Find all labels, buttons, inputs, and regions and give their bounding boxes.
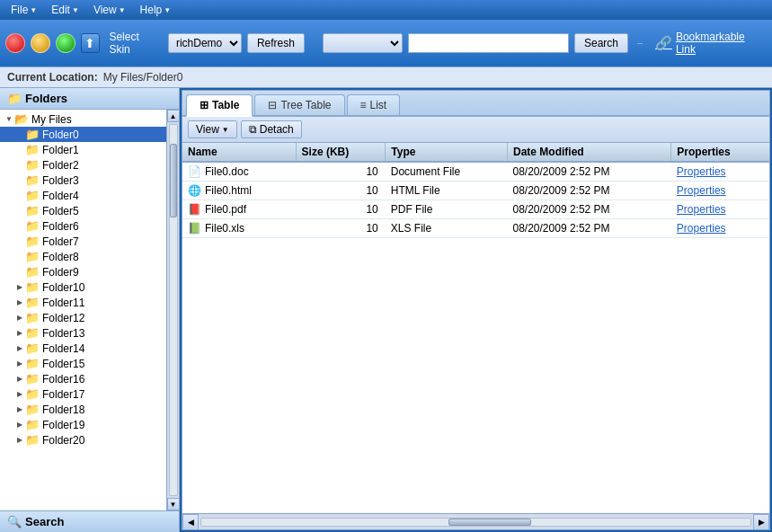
table-row: 📕 File0.pdf 10 PDF File 08/20/2009 2:52 … bbox=[182, 200, 769, 219]
xls-icon: 📗 bbox=[188, 222, 201, 235]
file-properties[interactable]: Properties bbox=[671, 162, 769, 182]
folder3-folder-icon: 📁 bbox=[25, 173, 40, 187]
file-date: 08/20/2009 2:52 PM bbox=[508, 162, 671, 182]
col-name[interactable]: Name bbox=[182, 143, 296, 162]
search-button[interactable]: Search bbox=[574, 33, 628, 53]
file-properties[interactable]: Properties bbox=[671, 219, 769, 238]
tree-icon: ⊟ bbox=[268, 99, 277, 111]
sidebar-item-folder13[interactable]: ▶📁Folder13 bbox=[0, 325, 166, 341]
scroll-down-arrow[interactable]: ▼ bbox=[167, 498, 180, 510]
minimize-button[interactable] bbox=[31, 33, 50, 53]
detach-button[interactable]: ⧉ Detach bbox=[241, 120, 302, 138]
file-properties[interactable]: Properties bbox=[671, 200, 769, 219]
close-button[interactable] bbox=[5, 33, 25, 53]
refresh-button[interactable]: Refresh bbox=[247, 33, 305, 53]
file-size: 10 bbox=[296, 182, 386, 200]
sidebar-item-folder6[interactable]: 📁Folder6 bbox=[0, 218, 166, 234]
file-size: 10 bbox=[296, 219, 386, 238]
horizontal-scrollbar: ◀ ▶ bbox=[182, 513, 769, 529]
search-type-select[interactable] bbox=[323, 33, 403, 53]
col-size[interactable]: Size (KB) bbox=[296, 143, 386, 162]
menu-edit[interactable]: Edit ▼ bbox=[44, 2, 86, 18]
sidebar-item-folder7[interactable]: 📁Folder7 bbox=[0, 234, 166, 249]
menu-edit-arrow: ▼ bbox=[72, 6, 79, 14]
doc-icon: 📄 bbox=[188, 165, 201, 178]
folder2-label: Folder2 bbox=[42, 159, 79, 172]
folder14-label: Folder14 bbox=[42, 342, 84, 355]
tab-bar: ⊞ Table ⊟ Tree Table ≡ List bbox=[182, 91, 769, 117]
folder20-label: Folder20 bbox=[42, 434, 84, 447]
folder4-folder-icon: 📁 bbox=[25, 189, 40, 202]
maximize-button[interactable] bbox=[56, 33, 75, 53]
search-input[interactable] bbox=[408, 33, 569, 53]
folder1-folder-icon: 📁 bbox=[25, 143, 40, 156]
sidebar-item-folder20[interactable]: ▶📁Folder20 bbox=[0, 432, 166, 448]
folder11-arrow-icon: ▶ bbox=[14, 298, 25, 306]
file-name-cell: 📄 File0.doc bbox=[182, 162, 296, 182]
folder7-label: Folder7 bbox=[42, 235, 79, 248]
menu-help[interactable]: Help ▼ bbox=[133, 2, 179, 18]
table-row: 📄 File0.doc 10 Document File 08/20/2009 … bbox=[182, 162, 769, 182]
view-button[interactable]: View ▼ bbox=[188, 120, 237, 138]
tab-table[interactable]: ⊞ Table bbox=[186, 94, 253, 117]
folder2-folder-icon: 📁 bbox=[25, 158, 40, 172]
file-name: File0.html bbox=[205, 184, 252, 197]
sidebar-item-folder11[interactable]: ▶📁Folder11 bbox=[0, 295, 166, 310]
h-scroll-track bbox=[200, 518, 751, 527]
tab-tree-table[interactable]: ⊟ Tree Table bbox=[254, 94, 344, 115]
search-icon: 🔍 bbox=[7, 515, 22, 528]
sidebar-item-folder19[interactable]: ▶📁Folder19 bbox=[0, 417, 166, 432]
html-icon: 🌐 bbox=[188, 184, 201, 197]
sidebar-item-folder0[interactable]: 📁Folder0 bbox=[0, 127, 166, 142]
skin-selector[interactable]: richDemo bbox=[168, 33, 242, 53]
scroll-up-arrow[interactable]: ▲ bbox=[167, 110, 180, 122]
folder14-folder-icon: 📁 bbox=[25, 341, 40, 355]
sidebar-search[interactable]: 🔍 Search bbox=[0, 510, 179, 532]
sidebar-item-folder12[interactable]: ▶📁Folder12 bbox=[0, 310, 166, 325]
v-scroll-thumb[interactable] bbox=[170, 144, 177, 217]
folder20-arrow-icon: ▶ bbox=[14, 436, 25, 444]
folder16-label: Folder16 bbox=[42, 373, 84, 386]
sidebar-item-folder14[interactable]: ▶📁Folder14 bbox=[0, 341, 166, 356]
tab-list[interactable]: ≡ List bbox=[347, 94, 401, 115]
sidebar-item-folder8[interactable]: 📁Folder8 bbox=[0, 249, 166, 264]
sidebar-item-folder4[interactable]: 📁Folder4 bbox=[0, 188, 166, 203]
sidebar-item-my-files[interactable]: ▼📂My Files bbox=[0, 111, 166, 127]
sidebar-item-folder2[interactable]: 📁Folder2 bbox=[0, 157, 166, 173]
folder11-label: Folder11 bbox=[42, 297, 84, 309]
main-layout: 📁 Folders ▼📂My Files📁Folder0📁Folder1📁Fol… bbox=[0, 88, 772, 532]
sidebar-item-folder5[interactable]: 📁Folder5 bbox=[0, 203, 166, 218]
menu-view-arrow: ▼ bbox=[119, 6, 126, 14]
folder16-folder-icon: 📁 bbox=[25, 372, 40, 386]
scroll-right-arrow[interactable]: ▶ bbox=[753, 514, 769, 530]
col-date[interactable]: Date Modified bbox=[508, 143, 671, 162]
folder-tree: ▼📂My Files📁Folder0📁Folder1📁Folder2📁Folde… bbox=[0, 110, 166, 510]
scroll-left-arrow[interactable]: ◀ bbox=[182, 514, 199, 530]
sidebar-item-folder17[interactable]: ▶📁Folder17 bbox=[0, 386, 166, 402]
file-type: PDF File bbox=[386, 200, 508, 219]
menu-view[interactable]: View ▼ bbox=[86, 2, 133, 18]
my-files-arrow-icon: ▼ bbox=[4, 115, 14, 123]
nav-button[interactable]: ⬆ bbox=[81, 33, 101, 53]
sidebar-item-folder18[interactable]: ▶📁Folder18 bbox=[0, 402, 166, 417]
col-props[interactable]: Properties bbox=[671, 143, 769, 162]
v-scroll-track bbox=[169, 124, 178, 496]
sidebar-item-folder16[interactable]: ▶📁Folder16 bbox=[0, 371, 166, 386]
sidebar-item-folder9[interactable]: 📁Folder9 bbox=[0, 264, 166, 279]
sidebar-item-folder3[interactable]: 📁Folder3 bbox=[0, 173, 166, 188]
menu-file[interactable]: File ▼ bbox=[4, 2, 44, 18]
h-scroll-thumb[interactable] bbox=[448, 519, 531, 526]
sidebar-item-folder10[interactable]: ▶📁Folder10 bbox=[0, 279, 166, 295]
sidebar-item-folder1[interactable]: 📁Folder1 bbox=[0, 142, 166, 157]
sidebar-item-folder15[interactable]: ▶📁Folder15 bbox=[0, 356, 166, 371]
file-properties[interactable]: Properties bbox=[671, 182, 769, 200]
toolbar: ⬆ Select Skin richDemo Refresh Search 🔗 … bbox=[0, 20, 772, 66]
col-type[interactable]: Type bbox=[386, 143, 508, 162]
folder12-folder-icon: 📁 bbox=[25, 311, 40, 324]
folder7-folder-icon: 📁 bbox=[25, 235, 40, 248]
folder6-label: Folder6 bbox=[42, 220, 79, 233]
folder17-arrow-icon: ▶ bbox=[14, 390, 25, 398]
bookmarkable-link[interactable]: 🔗 Bookmarkable Link bbox=[655, 31, 767, 56]
folder12-arrow-icon: ▶ bbox=[14, 314, 25, 322]
file-name-cell: 📕 File0.pdf bbox=[182, 200, 296, 219]
